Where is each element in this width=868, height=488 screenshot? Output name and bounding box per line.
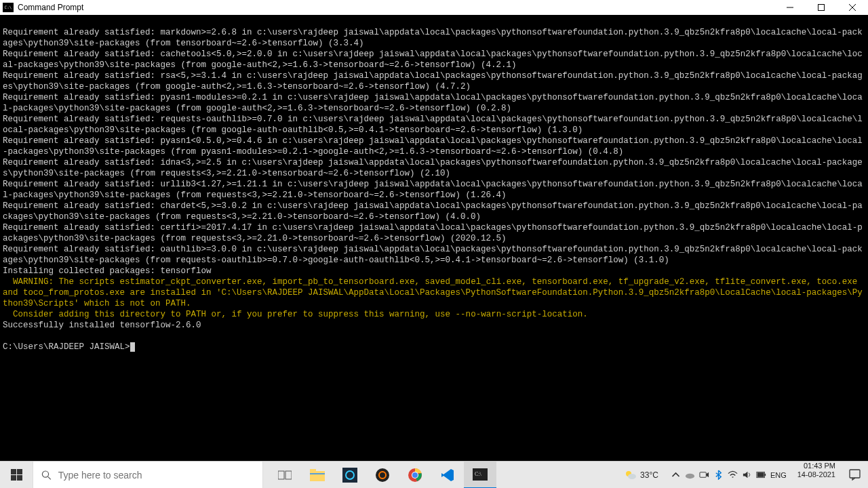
svg-rect-1: [818, 5, 825, 11]
svg-rect-32: [850, 470, 860, 478]
output-line: Requirement already satisfied: certifi>=…: [3, 223, 863, 243]
output-line: Requirement already satisfied: cachetool…: [3, 49, 863, 70]
system-tray[interactable]: ENG: [665, 462, 792, 488]
svg-point-22: [412, 472, 418, 478]
app-icon-2[interactable]: [366, 462, 399, 489]
svg-rect-5: [17, 469, 22, 474]
output-line: Requirement already satisfied: requests-…: [3, 115, 863, 135]
app-icon-1[interactable]: [334, 462, 366, 489]
warning-line: WARNING: The scripts estimator_ckpt_conv…: [3, 277, 863, 308]
window-title: Command Prompt: [18, 3, 774, 12]
warning-line: Consider adding this directory to PATH o…: [3, 310, 588, 319]
terminal-output[interactable]: Requirement already satisfied: markdown>…: [0, 15, 868, 461]
svg-rect-14: [310, 473, 325, 474]
time-text: 01:43 PM: [797, 462, 835, 470]
svg-text:C:\: C:\: [475, 471, 482, 477]
cursor: [130, 342, 135, 352]
svg-point-8: [42, 471, 48, 477]
output-line: Requirement already satisfied: markdown>…: [3, 28, 863, 48]
svg-rect-15: [342, 468, 357, 483]
action-center-icon[interactable]: [841, 462, 868, 488]
command-prompt-window: Command Prompt Requirement already satis…: [0, 0, 868, 461]
output-line: Requirement already satisfied: rsa<5,>=3…: [3, 71, 863, 92]
output-line: Requirement already satisfied: pyasn1-mo…: [3, 93, 863, 113]
battery-icon[interactable]: [756, 470, 766, 480]
success-line: Successfully installed tensorflow-2.6.0: [3, 321, 201, 330]
vscode-icon[interactable]: [431, 462, 464, 489]
output-line: Requirement already satisfied: urllib3<1…: [3, 180, 863, 200]
chrome-icon[interactable]: [399, 462, 431, 489]
weather-icon: [624, 468, 637, 482]
output-line: Requirement already satisfied: oauthlib>…: [3, 245, 863, 265]
taskbar: C:\ 33°C ENG 01:43 PM 14-08-2021: [0, 461, 868, 488]
language-indicator[interactable]: ENG: [770, 471, 787, 479]
volume-icon[interactable]: [742, 470, 752, 480]
search-icon: [41, 470, 52, 481]
onedrive-icon[interactable]: [685, 470, 695, 480]
svg-rect-10: [278, 471, 284, 479]
svg-rect-13: [310, 469, 316, 472]
svg-rect-11: [285, 471, 292, 479]
prompt: C:\Users\RAJDEEP JAISWAL>: [3, 342, 135, 352]
svg-rect-4: [11, 469, 16, 474]
weather-temp: 33°C: [640, 470, 658, 480]
svg-line-9: [48, 476, 51, 479]
task-view-icon[interactable]: [269, 462, 301, 489]
wifi-icon[interactable]: [728, 470, 738, 480]
svg-rect-6: [11, 475, 16, 481]
svg-rect-31: [757, 472, 764, 477]
titlebar[interactable]: Command Prompt: [0, 0, 868, 15]
svg-point-27: [686, 474, 694, 479]
cmd-taskbar-icon[interactable]: C:\: [464, 462, 496, 489]
search-input[interactable]: [58, 470, 254, 481]
file-explorer-icon[interactable]: [301, 462, 334, 489]
svg-rect-7: [17, 475, 22, 481]
taskbar-apps: C:\: [269, 462, 496, 488]
svg-rect-30: [764, 474, 766, 476]
output-line: Installing collected packages: tensorflo…: [3, 266, 212, 276]
cmd-icon: [3, 3, 14, 12]
svg-point-17: [376, 468, 389, 482]
output-line: Requirement already satisfied: idna<3,>=…: [3, 158, 863, 178]
svg-rect-12: [310, 471, 325, 481]
close-button[interactable]: [837, 0, 868, 15]
chevron-up-icon[interactable]: [671, 470, 681, 480]
window-controls: [774, 0, 868, 15]
maximize-button[interactable]: [806, 0, 837, 15]
minimize-button[interactable]: [774, 0, 806, 15]
svg-rect-28: [700, 472, 706, 478]
output-line: Requirement already satisfied: chardet<5…: [3, 201, 863, 222]
svg-point-26: [628, 474, 636, 479]
meet-now-icon[interactable]: [699, 470, 709, 480]
search-box[interactable]: [33, 462, 263, 488]
bluetooth-icon[interactable]: [713, 470, 724, 480]
weather-widget[interactable]: 33°C: [617, 462, 665, 488]
date-text: 14-08-2021: [797, 470, 835, 479]
clock[interactable]: 01:43 PM 14-08-2021: [792, 462, 841, 488]
output-line: Requirement already satisfied: pyasn1<0.…: [3, 136, 863, 157]
start-button[interactable]: [0, 462, 33, 488]
